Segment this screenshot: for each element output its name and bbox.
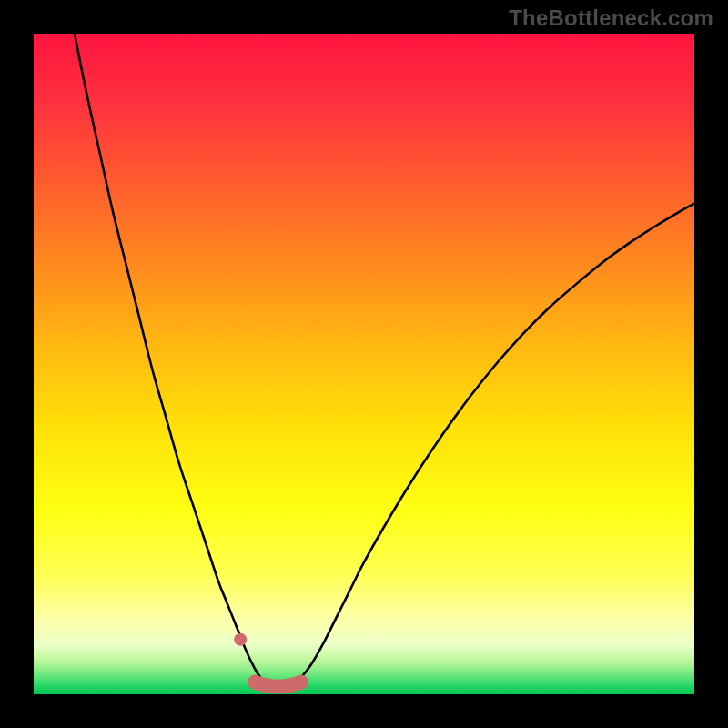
curve-flat-marker [255, 682, 301, 687]
chart-overlay [34, 34, 694, 694]
watermark-text: TheBottleneck.com [509, 5, 713, 31]
bottleneck-curve [60, 34, 694, 688]
plot-area [34, 34, 694, 694]
chart-frame: TheBottleneck.com [0, 0, 728, 728]
marker-dot [234, 633, 247, 646]
